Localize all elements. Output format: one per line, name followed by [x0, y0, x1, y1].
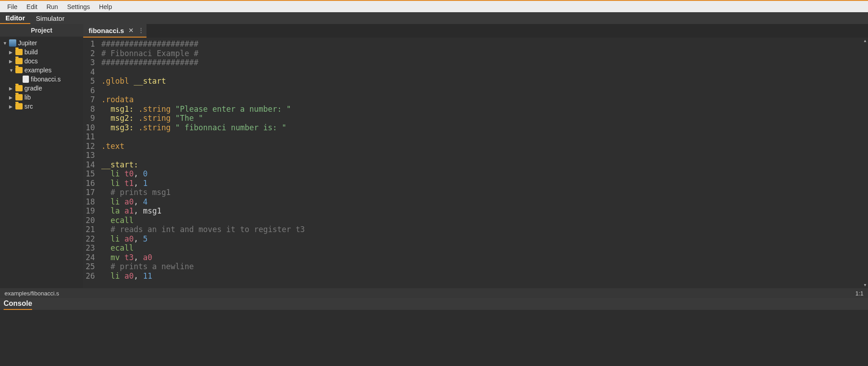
menu-file[interactable]: File: [3, 1, 22, 12]
tree-label: docs: [24, 57, 38, 65]
tree-label: gradle: [24, 85, 42, 92]
close-icon[interactable]: ✕: [128, 27, 134, 34]
editor-pane: fibonacci.s ✕ ⋮ 123456789101112131415161…: [83, 24, 868, 288]
folder-icon: [15, 85, 23, 91]
chevron-right-icon[interactable]: ▶: [9, 50, 14, 55]
tree-item-build[interactable]: ▶build: [0, 48, 83, 57]
tree-item-src[interactable]: ▶src: [0, 102, 83, 111]
app-icon: [9, 39, 16, 47]
folder-icon: [15, 58, 23, 64]
tree-item-examples[interactable]: ▼examples: [0, 66, 83, 75]
project-header: Project: [0, 24, 83, 37]
tree-item-gradle[interactable]: ▶gradle: [0, 84, 83, 93]
scroll-down-icon[interactable]: ▾: [862, 282, 868, 288]
status-bar: examples/fibonacci.s 1:1: [0, 288, 868, 298]
tree-item-lib[interactable]: ▶lib: [0, 93, 83, 102]
chevron-down-icon[interactable]: ▼: [9, 68, 14, 73]
tree-label: Jupiter: [18, 39, 37, 47]
menu-help[interactable]: Help: [94, 1, 117, 12]
tree-label: src: [24, 103, 33, 110]
tree-item-fibonacci-s[interactable]: fibonacci.s: [0, 75, 83, 84]
tree-item-docs[interactable]: ▶docs: [0, 57, 83, 66]
folder-icon: [15, 94, 23, 100]
tab-editor[interactable]: Editor: [0, 12, 30, 24]
code-editor[interactable]: 1234567891011121314151617181920212223242…: [83, 38, 868, 288]
file-tab-label: fibonacci.s: [89, 27, 124, 34]
console-body[interactable]: [0, 310, 868, 366]
tab-simulator[interactable]: Simulator: [30, 12, 70, 24]
console-bar[interactable]: Console: [0, 298, 868, 310]
chevron-right-icon[interactable]: ▶: [9, 95, 14, 100]
menu-settings[interactable]: Settings: [62, 1, 94, 12]
folder-icon: [15, 67, 23, 73]
main-tab-row: EditorSimulator: [0, 12, 868, 24]
folder-icon: [15, 103, 23, 109]
tree-label: examples: [24, 67, 52, 74]
project-tree: ▼Jupiter▶build▶docs▼examplesfibonacci.s▶…: [0, 37, 83, 113]
menu-run[interactable]: Run: [42, 1, 63, 12]
file-tab-bar: fibonacci.s ✕ ⋮: [83, 24, 868, 38]
file-icon: [23, 76, 29, 83]
menu-edit[interactable]: Edit: [22, 1, 42, 12]
chevron-right-icon[interactable]: ▶: [9, 104, 14, 109]
console-label: Console: [4, 298, 32, 310]
tree-item-jupiter[interactable]: ▼Jupiter: [0, 38, 83, 48]
chevron-right-icon[interactable]: ▶: [9, 86, 14, 91]
status-path: examples/fibonacci.s: [5, 290, 59, 297]
project-sidebar: Project ▼Jupiter▶build▶docs▼examplesfibo…: [0, 24, 83, 288]
folder-icon: [15, 49, 23, 55]
line-number-gutter: 1234567891011121314151617181920212223242…: [83, 38, 99, 288]
chevron-right-icon[interactable]: ▶: [9, 59, 14, 64]
file-tab-fibonacci[interactable]: fibonacci.s ✕ ⋮: [83, 24, 146, 38]
status-cursor-pos: 1:1: [855, 290, 863, 297]
tree-label: build: [24, 48, 38, 56]
tree-label: fibonacci.s: [31, 76, 61, 83]
tree-label: lib: [24, 94, 31, 101]
drag-handle-icon[interactable]: ⋮: [138, 27, 143, 33]
scroll-up-icon[interactable]: ▴: [862, 38, 868, 44]
vertical-scrollbar[interactable]: ▴ ▾: [862, 38, 868, 288]
menubar: FileEditRunSettingsHelp: [0, 0, 868, 12]
code-content[interactable]: ###################### Fibonnaci Example…: [99, 38, 862, 288]
chevron-down-icon[interactable]: ▼: [3, 41, 7, 46]
